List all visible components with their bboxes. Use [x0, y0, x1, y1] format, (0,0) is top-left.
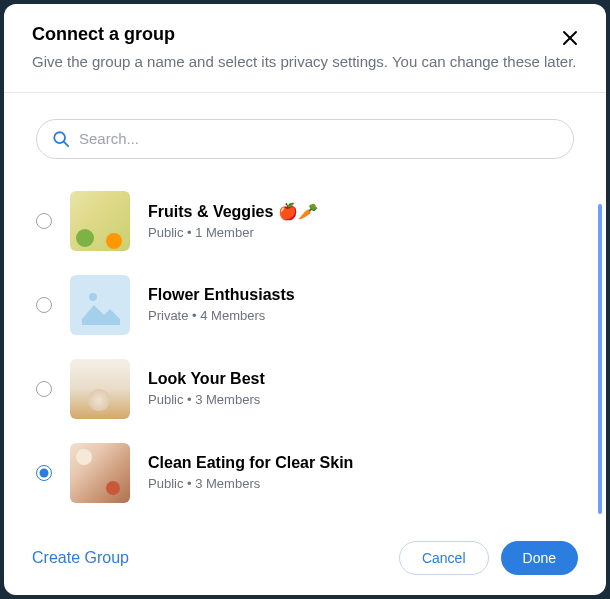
create-group-link[interactable]: Create Group [32, 549, 129, 567]
group-thumbnail [70, 359, 130, 419]
cancel-button[interactable]: Cancel [399, 541, 489, 575]
group-meta: Public • 1 Member [148, 225, 574, 240]
group-info: Clean Eating for Clear Skin Public • 3 M… [148, 454, 574, 491]
modal-subtitle: Give the group a name and select its pri… [32, 51, 578, 74]
done-button[interactable]: Done [501, 541, 578, 575]
group-name: Fruits & Veggies 🍎🥕 [148, 202, 574, 221]
group-list: Fruits & Veggies 🍎🥕 Public • 1 Member Fl… [36, 179, 574, 515]
svg-point-4 [89, 293, 97, 301]
svg-line-3 [64, 141, 68, 146]
modal-title: Connect a group [32, 24, 578, 45]
search-icon [52, 130, 70, 148]
image-placeholder-icon [80, 285, 120, 325]
radio-input[interactable] [36, 213, 52, 229]
group-thumbnail [70, 191, 130, 251]
group-meta: Private • 4 Members [148, 308, 574, 323]
group-item[interactable]: Fruits & Veggies 🍎🥕 Public • 1 Member [36, 179, 574, 263]
modal-body: Fruits & Veggies 🍎🥕 Public • 1 Member Fl… [4, 93, 606, 526]
radio-input[interactable] [36, 297, 52, 313]
search-wrap [36, 119, 574, 159]
modal-header: Connect a group Give the group a name an… [4, 4, 606, 93]
radio-input[interactable] [36, 465, 52, 481]
group-info: Fruits & Veggies 🍎🥕 Public • 1 Member [148, 202, 574, 240]
group-name: Look Your Best [148, 370, 574, 388]
group-name: Clean Eating for Clear Skin [148, 454, 574, 472]
group-item[interactable]: Flower Enthusiasts Private • 4 Members [36, 263, 574, 347]
group-info: Flower Enthusiasts Private • 4 Members [148, 286, 574, 323]
group-item[interactable]: Look Your Best Public • 3 Members [36, 347, 574, 431]
group-meta: Public • 3 Members [148, 392, 574, 407]
modal-footer: Create Group Cancel Done [4, 525, 606, 595]
radio-input[interactable] [36, 381, 52, 397]
search-input[interactable] [36, 119, 574, 159]
group-item[interactable]: Clean Eating for Clear Skin Public • 3 M… [36, 431, 574, 515]
group-meta: Public • 3 Members [148, 476, 574, 491]
group-info: Look Your Best Public • 3 Members [148, 370, 574, 407]
group-thumbnail [70, 443, 130, 503]
close-icon [562, 30, 578, 46]
scrollbar[interactable] [598, 204, 602, 514]
group-thumbnail [70, 275, 130, 335]
close-button[interactable] [558, 26, 582, 50]
group-name: Flower Enthusiasts [148, 286, 574, 304]
connect-group-modal: Connect a group Give the group a name an… [4, 4, 606, 595]
